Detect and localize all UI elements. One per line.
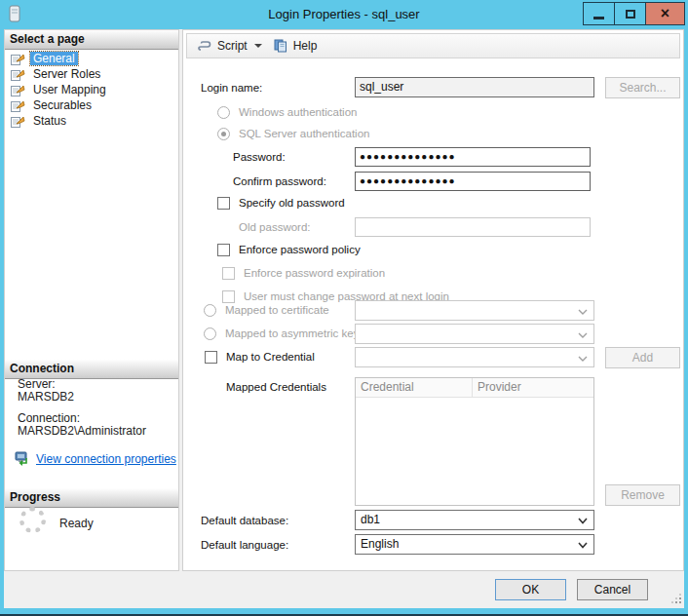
default-language-value: English	[361, 537, 399, 551]
page-icon	[11, 68, 25, 81]
old-password-label: Old password:	[239, 221, 311, 233]
table-header-credential[interactable]: Credential	[356, 378, 473, 398]
server-value: MARSDB2	[18, 391, 146, 404]
main-panel: Script Help Login name: sql_user Search.…	[182, 29, 684, 571]
default-language-label: Default language:	[201, 539, 288, 551]
help-icon	[274, 39, 288, 53]
page-icon	[11, 115, 25, 128]
titlebar[interactable]: Login Properties - sql_user ×	[0, 0, 688, 29]
search-button[interactable]: Search...	[605, 77, 680, 98]
default-database-value: db1	[361, 513, 380, 526]
enforce-expiration-label: Enforce password expiration	[244, 267, 385, 279]
sidebar-item-label: General	[30, 52, 78, 65]
chevron-down-icon	[578, 538, 588, 552]
map-credential-label: Map to Credential	[226, 351, 315, 363]
connection-header: Connection	[5, 360, 178, 379]
mapped-asym-key-label: Mapped to asymmetric key	[225, 327, 359, 339]
credentials-table[interactable]: Credential Provider	[355, 377, 594, 506]
default-database-label: Default database:	[201, 515, 288, 526]
enforce-policy-checkbox[interactable]	[217, 244, 230, 256]
page-tree: General Server Roles User Mapping Secura…	[9, 51, 176, 129]
progress-header: Progress	[5, 488, 178, 508]
dialog-content: Select a page General Server Roles User …	[4, 29, 684, 608]
specify-old-password-checkbox[interactable]	[217, 197, 230, 210]
table-header-provider[interactable]: Provider	[473, 378, 593, 398]
default-language-combobox[interactable]: English	[355, 534, 594, 555]
sidebar-item-general[interactable]: General	[9, 51, 176, 66]
login-name-input[interactable]: sql_user	[355, 77, 594, 97]
sidebar-item-status[interactable]: Status	[9, 113, 176, 129]
windows-auth-radio[interactable]	[217, 106, 230, 119]
minimize-button[interactable]	[583, 2, 615, 25]
sidebar-item-securables[interactable]: Securables	[9, 97, 176, 113]
toolbar: Script Help	[186, 33, 680, 58]
credentials-table-header: Credential Provider	[356, 378, 593, 398]
view-connection-properties-label: View connection properties	[36, 452, 176, 466]
remove-button[interactable]: Remove	[605, 484, 680, 506]
password-input[interactable]: ●●●●●●●●●●●●●●	[355, 147, 591, 167]
password-label: Password:	[233, 151, 286, 163]
maximize-button[interactable]	[614, 2, 646, 25]
script-button[interactable]: Script	[192, 37, 267, 55]
sidebar-item-label: Securables	[30, 98, 95, 112]
resize-grip[interactable]	[679, 601, 681, 603]
login-properties-dialog: Login Properties - sql_user × Select a p…	[0, 0, 688, 616]
close-icon: ×	[661, 6, 669, 21]
chevron-down-icon	[254, 44, 262, 48]
enforce-expiration-checkbox[interactable]	[222, 267, 235, 280]
chevron-down-icon	[578, 514, 588, 527]
confirm-password-input[interactable]: ●●●●●●●●●●●●●●	[355, 172, 591, 191]
sql-auth-radio[interactable]	[217, 128, 230, 140]
confirm-password-label: Confirm password:	[233, 175, 326, 187]
script-icon	[197, 39, 212, 53]
sidebar-item-label: Status	[30, 114, 69, 128]
page-icon	[11, 99, 25, 112]
must-change-password-checkbox[interactable]	[222, 290, 235, 303]
mapped-certificate-label: Mapped to certificate	[225, 304, 329, 316]
certificate-combobox[interactable]	[355, 300, 594, 321]
progress-status: Ready	[59, 517, 94, 530]
mapped-credentials-label: Mapped Credentials	[226, 381, 326, 393]
connection-value: MARSDB2\Administrator	[18, 425, 146, 438]
connection-properties-icon	[15, 451, 31, 466]
credential-combobox[interactable]	[355, 347, 594, 367]
mapped-certificate-radio[interactable]	[204, 304, 216, 317]
old-password-input[interactable]	[355, 217, 591, 237]
view-connection-properties-link[interactable]: View connection properties	[15, 451, 176, 466]
help-label: Help	[293, 39, 318, 53]
login-name-label: Login name:	[201, 82, 262, 94]
windows-auth-label: Windows authentication	[239, 106, 357, 118]
map-credential-checkbox[interactable]	[205, 351, 217, 364]
chevron-down-icon	[578, 351, 588, 365]
maximize-icon	[626, 10, 635, 19]
minimize-icon	[593, 17, 604, 19]
default-database-combobox[interactable]: db1	[355, 510, 594, 530]
page-icon	[11, 84, 25, 96]
sidebar-item-user-mapping[interactable]: User Mapping	[9, 82, 176, 97]
sidebar-item-server-roles[interactable]: Server Roles	[9, 66, 176, 82]
add-button[interactable]: Add	[605, 347, 680, 368]
specify-old-password-label: Specify old password	[239, 197, 345, 209]
sidebar-item-label: Server Roles	[30, 67, 103, 81]
cancel-button[interactable]: Cancel	[577, 579, 648, 600]
select-a-page-header: Select a page	[5, 30, 178, 50]
page-icon	[11, 53, 25, 65]
sidebar: Select a page General Server Roles User …	[4, 29, 179, 571]
asym-key-combobox[interactable]	[355, 324, 594, 344]
chevron-down-icon	[578, 327, 588, 341]
dialog-footer: OK Cancel	[4, 571, 684, 608]
help-button[interactable]: Help	[269, 37, 323, 55]
ok-button[interactable]: OK	[495, 579, 566, 600]
script-label: Script	[217, 39, 248, 53]
sql-auth-label: SQL Server authentication	[239, 128, 369, 139]
enforce-policy-label: Enforce password policy	[239, 244, 361, 255]
close-button[interactable]: ×	[645, 2, 685, 25]
chevron-down-icon	[578, 304, 588, 318]
sidebar-item-label: User Mapping	[30, 83, 109, 96]
connection-info: Server: MARSDB2 Connection: MARSDB2\Admi…	[18, 378, 146, 438]
mapped-asym-key-radio[interactable]	[204, 327, 216, 340]
progress-spinner-icon	[19, 507, 46, 533]
